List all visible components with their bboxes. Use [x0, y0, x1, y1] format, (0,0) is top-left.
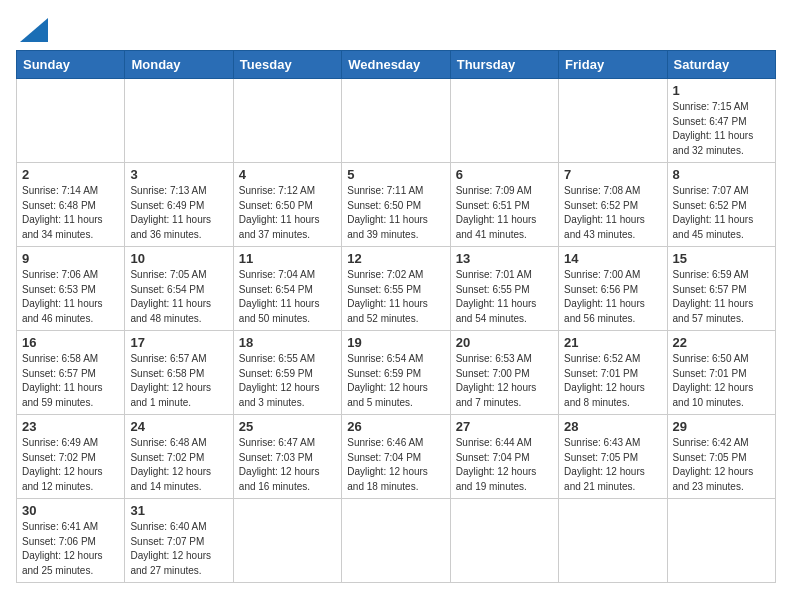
- calendar-cell: 28Sunrise: 6:43 AM Sunset: 7:05 PM Dayli…: [559, 415, 667, 499]
- weekday-header-sunday: Sunday: [17, 51, 125, 79]
- day-number: 21: [564, 335, 661, 350]
- day-number: 12: [347, 251, 444, 266]
- day-number: 22: [673, 335, 770, 350]
- day-number: 7: [564, 167, 661, 182]
- calendar-week-5: 30Sunrise: 6:41 AM Sunset: 7:06 PM Dayli…: [17, 499, 776, 583]
- day-number: 19: [347, 335, 444, 350]
- calendar-cell: 11Sunrise: 7:04 AM Sunset: 6:54 PM Dayli…: [233, 247, 341, 331]
- weekday-header-tuesday: Tuesday: [233, 51, 341, 79]
- day-number: 29: [673, 419, 770, 434]
- day-info: Sunrise: 7:05 AM Sunset: 6:54 PM Dayligh…: [130, 268, 227, 326]
- calendar-cell: [233, 499, 341, 583]
- day-number: 24: [130, 419, 227, 434]
- calendar-cell: 26Sunrise: 6:46 AM Sunset: 7:04 PM Dayli…: [342, 415, 450, 499]
- calendar-cell: 1Sunrise: 7:15 AM Sunset: 6:47 PM Daylig…: [667, 79, 775, 163]
- day-info: Sunrise: 6:48 AM Sunset: 7:02 PM Dayligh…: [130, 436, 227, 494]
- weekday-header-monday: Monday: [125, 51, 233, 79]
- day-info: Sunrise: 7:11 AM Sunset: 6:50 PM Dayligh…: [347, 184, 444, 242]
- day-info: Sunrise: 6:49 AM Sunset: 7:02 PM Dayligh…: [22, 436, 119, 494]
- calendar-cell: 19Sunrise: 6:54 AM Sunset: 6:59 PM Dayli…: [342, 331, 450, 415]
- day-number: 11: [239, 251, 336, 266]
- day-info: Sunrise: 6:42 AM Sunset: 7:05 PM Dayligh…: [673, 436, 770, 494]
- calendar-cell: [559, 499, 667, 583]
- day-number: 27: [456, 419, 553, 434]
- calendar-week-4: 23Sunrise: 6:49 AM Sunset: 7:02 PM Dayli…: [17, 415, 776, 499]
- day-number: 17: [130, 335, 227, 350]
- day-info: Sunrise: 7:01 AM Sunset: 6:55 PM Dayligh…: [456, 268, 553, 326]
- calendar-cell: 8Sunrise: 7:07 AM Sunset: 6:52 PM Daylig…: [667, 163, 775, 247]
- calendar-table: SundayMondayTuesdayWednesdayThursdayFrid…: [16, 50, 776, 583]
- day-number: 9: [22, 251, 119, 266]
- weekday-header-row: SundayMondayTuesdayWednesdayThursdayFrid…: [17, 51, 776, 79]
- calendar-cell: [125, 79, 233, 163]
- calendar-cell: 16Sunrise: 6:58 AM Sunset: 6:57 PM Dayli…: [17, 331, 125, 415]
- day-info: Sunrise: 6:40 AM Sunset: 7:07 PM Dayligh…: [130, 520, 227, 578]
- day-info: Sunrise: 7:08 AM Sunset: 6:52 PM Dayligh…: [564, 184, 661, 242]
- calendar-cell: [450, 79, 558, 163]
- day-info: Sunrise: 6:53 AM Sunset: 7:00 PM Dayligh…: [456, 352, 553, 410]
- day-number: 30: [22, 503, 119, 518]
- calendar-cell: 29Sunrise: 6:42 AM Sunset: 7:05 PM Dayli…: [667, 415, 775, 499]
- calendar-cell: [17, 79, 125, 163]
- day-info: Sunrise: 6:52 AM Sunset: 7:01 PM Dayligh…: [564, 352, 661, 410]
- day-info: Sunrise: 7:13 AM Sunset: 6:49 PM Dayligh…: [130, 184, 227, 242]
- day-info: Sunrise: 6:54 AM Sunset: 6:59 PM Dayligh…: [347, 352, 444, 410]
- calendar-cell: 10Sunrise: 7:05 AM Sunset: 6:54 PM Dayli…: [125, 247, 233, 331]
- day-info: Sunrise: 6:47 AM Sunset: 7:03 PM Dayligh…: [239, 436, 336, 494]
- day-number: 14: [564, 251, 661, 266]
- calendar-cell: 2Sunrise: 7:14 AM Sunset: 6:48 PM Daylig…: [17, 163, 125, 247]
- calendar-cell: 9Sunrise: 7:06 AM Sunset: 6:53 PM Daylig…: [17, 247, 125, 331]
- day-number: 15: [673, 251, 770, 266]
- day-info: Sunrise: 6:43 AM Sunset: 7:05 PM Dayligh…: [564, 436, 661, 494]
- day-number: 4: [239, 167, 336, 182]
- calendar-cell: 5Sunrise: 7:11 AM Sunset: 6:50 PM Daylig…: [342, 163, 450, 247]
- calendar-cell: 13Sunrise: 7:01 AM Sunset: 6:55 PM Dayli…: [450, 247, 558, 331]
- day-number: 1: [673, 83, 770, 98]
- calendar-week-0: 1Sunrise: 7:15 AM Sunset: 6:47 PM Daylig…: [17, 79, 776, 163]
- day-info: Sunrise: 6:50 AM Sunset: 7:01 PM Dayligh…: [673, 352, 770, 410]
- logo: [16, 16, 48, 42]
- calendar-cell: [559, 79, 667, 163]
- calendar-cell: 30Sunrise: 6:41 AM Sunset: 7:06 PM Dayli…: [17, 499, 125, 583]
- calendar-cell: 15Sunrise: 6:59 AM Sunset: 6:57 PM Dayli…: [667, 247, 775, 331]
- calendar-cell: 23Sunrise: 6:49 AM Sunset: 7:02 PM Dayli…: [17, 415, 125, 499]
- day-info: Sunrise: 7:06 AM Sunset: 6:53 PM Dayligh…: [22, 268, 119, 326]
- day-info: Sunrise: 6:58 AM Sunset: 6:57 PM Dayligh…: [22, 352, 119, 410]
- page-header: [16, 16, 776, 42]
- day-info: Sunrise: 6:59 AM Sunset: 6:57 PM Dayligh…: [673, 268, 770, 326]
- calendar-cell: 17Sunrise: 6:57 AM Sunset: 6:58 PM Dayli…: [125, 331, 233, 415]
- day-number: 16: [22, 335, 119, 350]
- day-info: Sunrise: 7:00 AM Sunset: 6:56 PM Dayligh…: [564, 268, 661, 326]
- calendar-cell: 7Sunrise: 7:08 AM Sunset: 6:52 PM Daylig…: [559, 163, 667, 247]
- calendar-week-1: 2Sunrise: 7:14 AM Sunset: 6:48 PM Daylig…: [17, 163, 776, 247]
- calendar-week-3: 16Sunrise: 6:58 AM Sunset: 6:57 PM Dayli…: [17, 331, 776, 415]
- day-info: Sunrise: 7:07 AM Sunset: 6:52 PM Dayligh…: [673, 184, 770, 242]
- day-info: Sunrise: 7:12 AM Sunset: 6:50 PM Dayligh…: [239, 184, 336, 242]
- calendar-cell: [342, 499, 450, 583]
- day-info: Sunrise: 6:46 AM Sunset: 7:04 PM Dayligh…: [347, 436, 444, 494]
- day-number: 31: [130, 503, 227, 518]
- day-number: 8: [673, 167, 770, 182]
- day-info: Sunrise: 6:41 AM Sunset: 7:06 PM Dayligh…: [22, 520, 119, 578]
- calendar-cell: [450, 499, 558, 583]
- logo-icon: [20, 18, 48, 42]
- day-info: Sunrise: 6:55 AM Sunset: 6:59 PM Dayligh…: [239, 352, 336, 410]
- day-number: 28: [564, 419, 661, 434]
- weekday-header-thursday: Thursday: [450, 51, 558, 79]
- calendar-cell: 20Sunrise: 6:53 AM Sunset: 7:00 PM Dayli…: [450, 331, 558, 415]
- weekday-header-saturday: Saturday: [667, 51, 775, 79]
- day-info: Sunrise: 7:09 AM Sunset: 6:51 PM Dayligh…: [456, 184, 553, 242]
- calendar-cell: 27Sunrise: 6:44 AM Sunset: 7:04 PM Dayli…: [450, 415, 558, 499]
- calendar-cell: 14Sunrise: 7:00 AM Sunset: 6:56 PM Dayli…: [559, 247, 667, 331]
- day-number: 18: [239, 335, 336, 350]
- calendar-cell: 18Sunrise: 6:55 AM Sunset: 6:59 PM Dayli…: [233, 331, 341, 415]
- day-number: 13: [456, 251, 553, 266]
- day-number: 23: [22, 419, 119, 434]
- day-info: Sunrise: 7:14 AM Sunset: 6:48 PM Dayligh…: [22, 184, 119, 242]
- day-number: 5: [347, 167, 444, 182]
- calendar-cell: 6Sunrise: 7:09 AM Sunset: 6:51 PM Daylig…: [450, 163, 558, 247]
- calendar-cell: 25Sunrise: 6:47 AM Sunset: 7:03 PM Dayli…: [233, 415, 341, 499]
- day-number: 2: [22, 167, 119, 182]
- day-info: Sunrise: 7:04 AM Sunset: 6:54 PM Dayligh…: [239, 268, 336, 326]
- day-number: 20: [456, 335, 553, 350]
